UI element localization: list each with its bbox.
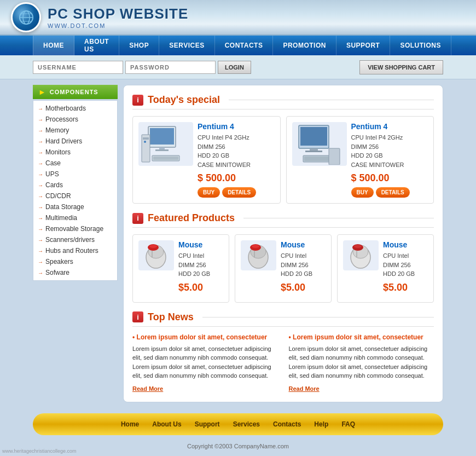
footer-nav: Home About Us Support Services Contacts … bbox=[33, 413, 443, 435]
sidebar-item-sofware[interactable]: → Sofware bbox=[33, 267, 117, 278]
footer-home[interactable]: Home bbox=[121, 420, 139, 428]
details-button-1[interactable]: DETAILS bbox=[222, 187, 256, 198]
buy-button-1[interactable]: BUY bbox=[198, 187, 220, 198]
details-button-2[interactable]: DETAILS bbox=[376, 187, 410, 198]
sidebar-item-cards[interactable]: → Cards bbox=[33, 180, 117, 191]
sidebar: ► COMPONENTS → Motherboards → Processors… bbox=[33, 85, 118, 402]
svg-rect-10 bbox=[143, 137, 149, 140]
svg-rect-13 bbox=[153, 157, 178, 160]
product-buttons-2: BUY DETAILS bbox=[351, 187, 428, 198]
nav-solutions[interactable]: SOLUTIONS bbox=[390, 36, 451, 55]
footer-about[interactable]: About Us bbox=[152, 420, 181, 428]
sidebar-menu: → Motherboards → Processors → Memory → H… bbox=[33, 100, 118, 281]
header: PC SHOP WEBSITE WWW.DOT.COM bbox=[0, 0, 476, 36]
sidebar-item-hubs-routers[interactable]: → Hubs and Routers bbox=[33, 245, 117, 256]
svg-point-30 bbox=[252, 245, 259, 248]
news-col-2: Lorem ipsum dolor sit amet, consectetuer… bbox=[289, 333, 434, 392]
site-name: PC SHOP WEBSITE bbox=[48, 5, 188, 22]
featured-image-1 bbox=[138, 240, 174, 270]
sidebar-item-removable-storage[interactable]: → Removable Storage bbox=[33, 223, 117, 234]
news-header: i Top News bbox=[132, 311, 434, 327]
sidebar-item-speakers[interactable]: → Speakers bbox=[33, 256, 117, 267]
nav-contacts[interactable]: CONTACTS bbox=[215, 36, 274, 55]
sidebar-label: Speakers bbox=[45, 258, 73, 265]
arrow-icon: → bbox=[38, 160, 43, 166]
login-button[interactable]: LOGIN bbox=[218, 61, 251, 74]
read-more-2[interactable]: Read More bbox=[289, 385, 320, 392]
svg-rect-8 bbox=[155, 149, 169, 151]
nav-services[interactable]: SERVICES bbox=[159, 36, 214, 55]
site-title: PC SHOP WEBSITE WWW.DOT.COM bbox=[48, 5, 188, 29]
arrow-icon: → bbox=[38, 128, 43, 134]
featured-name-1: Mouse bbox=[178, 240, 223, 249]
sidebar-item-scanners[interactable]: → Scanners/drivers bbox=[33, 234, 117, 245]
special-products-row: Pentium 4 CPU Intel P4 2GHzDIMM 256HDD 2… bbox=[132, 116, 434, 204]
buy-button-2[interactable]: BUY bbox=[351, 187, 374, 198]
nav-shop[interactable]: SHOP bbox=[119, 36, 159, 55]
product-name-2: Pentium 4 bbox=[351, 122, 428, 131]
login-bar: LOGIN VIEW SHOPPING CART bbox=[0, 55, 476, 79]
sidebar-label: Cards bbox=[45, 181, 63, 189]
sidebar-item-memory[interactable]: → Memory bbox=[33, 125, 117, 136]
sidebar-item-ups[interactable]: → UPS bbox=[33, 169, 117, 180]
sidebar-label: CD/CDR bbox=[45, 192, 71, 200]
sidebar-header: ► COMPONENTS bbox=[33, 85, 118, 99]
nav-home[interactable]: HOME bbox=[33, 36, 74, 55]
product-price-1: $ 500.00 bbox=[198, 172, 275, 184]
nav-promotion[interactable]: PROMOTION bbox=[273, 36, 336, 55]
info-icon: i bbox=[132, 95, 143, 106]
featured-price-2: $5.00 bbox=[281, 282, 326, 293]
sidebar-item-motherboards[interactable]: → Motherboards bbox=[33, 103, 117, 114]
sidebar-item-case[interactable]: → Case bbox=[33, 158, 117, 169]
password-input[interactable] bbox=[125, 61, 216, 74]
arrow-icon: → bbox=[38, 193, 43, 199]
sidebar-label: Processors bbox=[45, 116, 78, 123]
featured-image-3 bbox=[343, 240, 379, 270]
watermark: www.heritagechristiancollege.com bbox=[2, 448, 77, 454]
sidebar-item-data-storage[interactable]: → Data Storage bbox=[33, 201, 117, 212]
username-input[interactable] bbox=[33, 61, 123, 74]
sidebar-label: Sofware bbox=[45, 269, 69, 276]
featured-image-2 bbox=[241, 240, 276, 270]
sidebar-label: Memory bbox=[45, 126, 69, 134]
arrow-icon: → bbox=[38, 106, 43, 112]
footer-contacts[interactable]: Contacts bbox=[273, 420, 301, 428]
sidebar-label: Data Storage bbox=[45, 203, 84, 211]
arrow-icon: → bbox=[38, 226, 43, 232]
news-body-2: Lorem ipsum dolor sit amet, consectetuer… bbox=[289, 344, 434, 380]
sidebar-item-multimedia[interactable]: → Multimedia bbox=[33, 212, 117, 223]
product-price-2: $ 500.00 bbox=[351, 172, 428, 184]
footer-help[interactable]: Help bbox=[314, 420, 328, 428]
divider bbox=[229, 100, 434, 100]
arrow-icon: → bbox=[38, 117, 43, 123]
special-product-1: Pentium 4 CPU Intel P4 2GHzDIMM 256HDD 2… bbox=[132, 116, 281, 204]
featured-info-3: Mouse CPU IntelDIMM 256HDD 20 GB $5.00 bbox=[383, 240, 428, 297]
arrow-icon: → bbox=[38, 204, 43, 210]
nav-support[interactable]: SUPPORT bbox=[336, 36, 391, 55]
nav-about[interactable]: ABOUT US bbox=[74, 36, 119, 55]
read-more-1[interactable]: Read More bbox=[132, 385, 163, 392]
product-image-2 bbox=[292, 122, 347, 166]
sidebar-item-processors[interactable]: → Processors bbox=[33, 114, 117, 125]
featured-specs-2: CPU IntelDIMM 256HDD 20 GB bbox=[281, 251, 326, 279]
arrow-icon: → bbox=[38, 215, 43, 221]
product-image-1 bbox=[138, 122, 193, 166]
featured-price-1: $5.00 bbox=[178, 282, 223, 293]
sidebar-item-hard-drivers[interactable]: → Hard Drivers bbox=[33, 136, 117, 147]
footer-support[interactable]: Support bbox=[195, 420, 220, 428]
logo-icon bbox=[11, 2, 41, 32]
footer-faq[interactable]: FAQ bbox=[341, 420, 355, 428]
arrow-icon: → bbox=[38, 171, 43, 177]
featured-product-2: Mouse CPU IntelDIMM 256HDD 20 GB $5.00 bbox=[235, 234, 332, 303]
footer-services[interactable]: Services bbox=[233, 420, 260, 428]
sidebar-item-cdcdr[interactable]: → CD/CDR bbox=[33, 191, 117, 201]
featured-specs-1: CPU IntelDIMM 256HDD 20 GB bbox=[178, 251, 223, 279]
featured-info-1: Mouse CPU IntelDIMM 256HDD 20 GB $5.00 bbox=[178, 240, 223, 297]
svg-rect-6 bbox=[150, 128, 174, 145]
cart-button[interactable]: VIEW SHOPPING CART bbox=[359, 60, 443, 74]
arrow-icon: → bbox=[38, 259, 43, 265]
sidebar-label: Multimedia bbox=[45, 214, 77, 222]
svg-rect-19 bbox=[304, 157, 332, 161]
arrow-icon: → bbox=[38, 248, 43, 254]
sidebar-item-monitors[interactable]: → Monitors bbox=[33, 147, 117, 158]
